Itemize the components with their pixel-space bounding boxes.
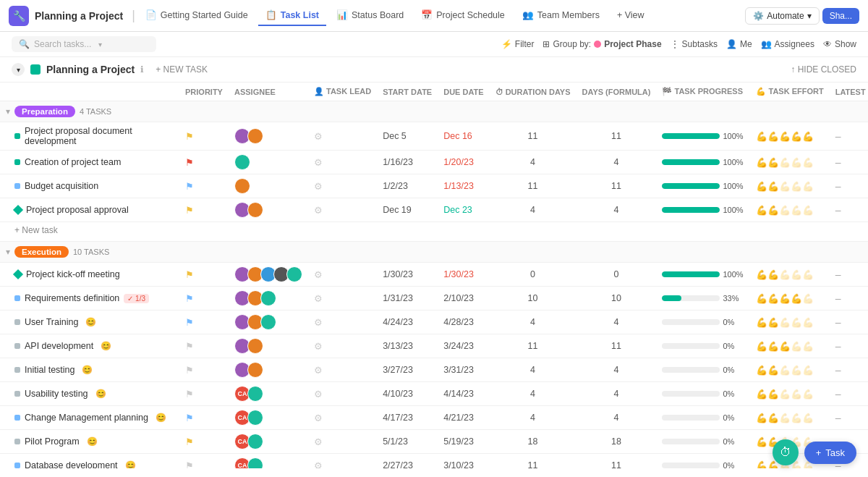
settings-icon[interactable]: ⚙: [314, 293, 323, 304]
task-name[interactable]: Project proposal document development: [25, 126, 174, 146]
progress-label: 100%: [723, 132, 744, 140]
nav-separator: |: [132, 8, 135, 23]
tab-team-members[interactable]: 👥 Team Members: [515, 5, 607, 26]
effort-cell: 💪💪💪💪💪: [750, 358, 829, 382]
effort-icon: 💪: [791, 317, 802, 328]
settings-icon[interactable]: ⚙: [314, 131, 323, 142]
settings-icon[interactable]: ⚙: [314, 205, 323, 216]
show-button[interactable]: 👁 Show: [823, 39, 856, 49]
table-row[interactable]: Project proposal document development ⚑ …: [0, 122, 868, 151]
task-name[interactable]: API development: [25, 341, 93, 351]
table-row[interactable]: Pilot Program 😊 ⚑ CA ⚙ 5/1/23 5/19/23 18…: [0, 430, 868, 454]
table-row[interactable]: User Training 😊 ⚑ ⚙ 4/24/23 4/28/23 4 4 …: [0, 311, 868, 334]
settings-icon[interactable]: ⚙: [314, 365, 323, 376]
table-row[interactable]: API development 😊 ⚑ ⚙ 3/13/23 3/24/23 11…: [0, 334, 868, 358]
automate-button[interactable]: ⚙️ Automate ▾: [745, 7, 819, 25]
tab-task-list[interactable]: 📋 Task List: [258, 5, 326, 26]
start-date-cell: 1/16/23: [377, 151, 438, 174]
settings-icon[interactable]: ⚙: [314, 436, 323, 447]
task-name-cell: Pilot Program 😊: [14, 436, 174, 447]
table-row[interactable]: Project proposal approval ⚑ ⚙ Dec 19 Dec…: [0, 198, 868, 222]
settings-icon[interactable]: ⚙: [314, 460, 323, 469]
new-task-button[interactable]: + NEW TASK: [156, 64, 208, 75]
settings-icon[interactable]: ⚙: [314, 389, 323, 400]
table-row[interactable]: Initial testing 😊 ⚑ ⚙ 3/27/23 3/31/23 4 …: [0, 358, 868, 382]
task-name[interactable]: Budget acquisition: [25, 181, 98, 191]
effort-icon: 💪: [767, 157, 779, 168]
progress-label: 100%: [723, 158, 744, 166]
new-task-row[interactable]: + New task: [0, 222, 868, 242]
search-input-wrap[interactable]: 🔍 Search tasks... ▾: [12, 36, 156, 52]
task-lead-cell: ⚙: [308, 151, 377, 174]
tab-getting-started[interactable]: 📄 Getting Started Guide: [138, 5, 255, 26]
tab-project-schedule[interactable]: 📅 Project Schedule: [414, 5, 512, 26]
task-name[interactable]: Project kick-off meeting: [26, 269, 120, 279]
me-button[interactable]: 👤 Me: [726, 39, 752, 49]
settings-icon[interactable]: ⚙: [314, 341, 323, 352]
group-by-button[interactable]: ⊞ Group by: Project Phase: [542, 39, 661, 49]
assignees-button[interactable]: 👥 Assignees: [761, 39, 814, 49]
table-row[interactable]: Usability testing 😊 ⚑ CA ⚙ 4/10/23 4/14/…: [0, 382, 868, 406]
task-name[interactable]: Project proposal approval: [26, 205, 129, 215]
table-row[interactable]: Creation of project team ⚑ ⚙ 1/16/23 1/2…: [0, 151, 868, 174]
task-table: PRIORITY ASSIGNEE 👤 TASK LEAD START DATE…: [0, 83, 868, 468]
settings-icon[interactable]: ⚙: [314, 413, 323, 423]
task-name[interactable]: User Training: [25, 317, 78, 327]
task-name[interactable]: Change Management planning: [25, 413, 148, 423]
progress-bar: [662, 319, 720, 325]
table-row[interactable]: Budget acquisition ⚑ ⚙ 1/2/23 1/13/23 11…: [0, 174, 868, 198]
comment-cell: –: [830, 263, 868, 287]
task-name-td: API development 😊: [0, 334, 179, 358]
progress-cell: 0%: [656, 454, 750, 469]
settings-icon[interactable]: ⚙: [314, 181, 323, 192]
col-header-lead: 👤 TASK LEAD: [308, 83, 377, 101]
task-name-cell: Initial testing 😊: [14, 365, 174, 375]
table-row[interactable]: Database development 😊 ⚑ CA ⚙ 2/27/23 3/…: [0, 454, 868, 469]
progress-bar: [662, 343, 720, 349]
task-name[interactable]: Requirements definition: [25, 293, 119, 303]
table-row[interactable]: Requirements definition ✓ 1/3 ⚑ ⚙ 1/31/2…: [0, 287, 868, 311]
new-task-cell[interactable]: + New task: [0, 222, 868, 242]
task-name[interactable]: Pilot Program: [25, 436, 80, 447]
share-button[interactable]: Sha...: [822, 8, 859, 24]
group-collapse-icon[interactable]: ▾: [6, 247, 10, 257]
info-icon[interactable]: ℹ: [140, 64, 144, 75]
avatar-group: CA: [234, 410, 302, 426]
hide-closed-button[interactable]: ↑ HIDE CLOSED: [791, 64, 856, 75]
settings-icon[interactable]: ⚙: [314, 157, 323, 168]
collapse-button[interactable]: ▾: [12, 63, 25, 76]
comment-cell: –: [830, 382, 868, 406]
add-task-fab-button[interactable]: + Task: [804, 442, 856, 464]
settings-icon[interactable]: ⚙: [314, 317, 323, 328]
subtasks-button[interactable]: ⋮ Subtasks: [671, 39, 718, 49]
task-name[interactable]: Database development: [25, 460, 118, 468]
table-row[interactable]: Project kick-off meeting ⚑ ⚙ 1/30/23 1/3…: [0, 263, 868, 287]
formula-cell: 0: [576, 263, 657, 287]
effort-icon: 💪: [791, 341, 802, 352]
assignee-cell: [229, 334, 308, 358]
group-pill-execution[interactable]: Execution: [14, 246, 69, 258]
due-date-cell: 4/14/23: [438, 382, 489, 406]
group-pill-preparation[interactable]: Preparation: [14, 106, 75, 117]
priority-cell: ⚑: [179, 122, 229, 151]
tab-view-add[interactable]: + View: [610, 6, 652, 26]
progress-label: 100%: [723, 270, 744, 279]
tab-status-board[interactable]: 📊 Status Board: [329, 5, 411, 26]
task-name[interactable]: Initial testing: [25, 365, 75, 375]
comment-dash: –: [835, 204, 841, 216]
task-name[interactable]: Creation of project team: [25, 157, 121, 167]
filter-button[interactable]: ⚡ Filter: [501, 39, 535, 49]
effort-icon: 💪: [802, 293, 814, 304]
project-name: Planning a Project: [46, 64, 135, 75]
timer-fab-button[interactable]: ⏱: [773, 439, 799, 465]
task-shape-square: [14, 343, 20, 349]
emoji-status: 😊: [85, 317, 96, 327]
avatar: [247, 457, 263, 468]
task-name[interactable]: Usability testing: [25, 389, 88, 399]
duration-cell: 4: [490, 198, 576, 222]
group-collapse-icon[interactable]: ▾: [6, 106, 10, 117]
settings-icon[interactable]: ⚙: [314, 269, 323, 280]
table-row[interactable]: Change Management planning 😊 ⚑ CA ⚙ 4/17…: [0, 406, 868, 430]
effort-icon: 💪: [767, 341, 779, 352]
comment-cell: –: [830, 151, 868, 174]
